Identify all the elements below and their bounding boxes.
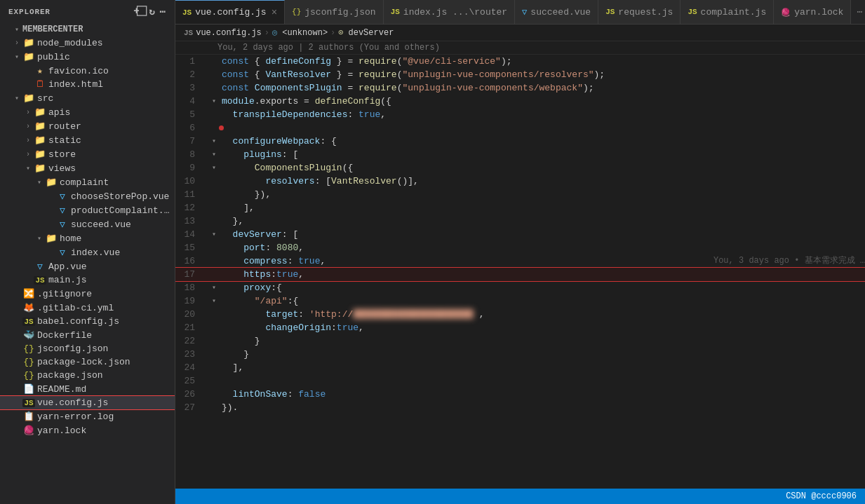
- tab-jsconfig.json[interactable]: {}jsconfig.json: [285, 0, 384, 24]
- token: VantResolver: [265, 69, 331, 80]
- sidebar-item-package-lock.json[interactable]: {}package-lock.json: [0, 355, 175, 369]
- fold-arrow[interactable]: ▾: [209, 228, 219, 241]
- git-blame: You, 3 days ago • 基本需求完成 …: [699, 254, 865, 268]
- tabs-bar: JSvue.config.js×{}jsconfig.jsonJSindex.j…: [175, 0, 865, 25]
- sidebar-label-index.html: index.html: [48, 79, 103, 90]
- sidebar-item-jsconfig.json[interactable]: {}jsconfig.json: [0, 342, 175, 355]
- tab-succeed.vue[interactable]: ▽succeed.vue: [515, 0, 598, 24]
- collapse-icon[interactable]: ⋯: [160, 6, 166, 18]
- sidebar-item-main.js[interactable]: JSmain.js: [0, 273, 175, 287]
- fold-arrow[interactable]: ▾: [209, 294, 219, 308]
- tab-request.js[interactable]: JSrequest.js: [598, 0, 680, 24]
- code-line: 27}).: [175, 401, 865, 414]
- tab-close-icon[interactable]: ×: [271, 7, 277, 18]
- token: : [: [315, 176, 331, 186]
- code-line: 18▾ proxy:{: [175, 281, 865, 294]
- line-content: [224, 121, 865, 135]
- token: module: [222, 96, 255, 107]
- token: } =: [331, 56, 358, 67]
- token: : [: [282, 149, 298, 160]
- sidebar-item-static[interactable]: ›📁static: [0, 133, 175, 147]
- sidebar-item-node_modules[interactable]: ›📁node_modules: [0, 36, 175, 50]
- sidebar-item-complaint[interactable]: ▾📁complaint: [0, 175, 175, 189]
- sidebar-item-favicon.ico[interactable]: ★favicon.ico: [0, 64, 175, 78]
- sidebar-item-babel.config.js[interactable]: JSbabel.config.js: [0, 315, 175, 328]
- breadcrumb-part-1[interactable]: <unknown>: [282, 28, 328, 38]
- fold-arrow[interactable]: ▾: [209, 95, 219, 108]
- fold-arrow[interactable]: ▾: [209, 161, 219, 175]
- sidebar-item-index.html[interactable]: 🗒index.html: [0, 78, 175, 91]
- sidebar-root[interactable]: ▾MEMBERCENTER: [0, 23, 175, 36]
- code-line: 3const ComponentsPlugin = require("unplu…: [175, 81, 865, 95]
- sidebar-item-yarn.lock[interactable]: 🧶yarn.lock: [0, 423, 175, 437]
- sidebar-item-chooseStorePop.vue[interactable]: ▽chooseStorePop.vue: [0, 189, 175, 203]
- sidebar-item-README.md[interactable]: 📄README.md: [0, 382, 175, 396]
- line-number: 10: [175, 175, 209, 188]
- sidebar-label-router: router: [48, 121, 81, 132]
- sidebar-label-favicon.ico: favicon.ico: [48, 66, 109, 76]
- sidebar-item-public[interactable]: ▾📁public: [0, 50, 175, 64]
- line-number: 9: [175, 161, 209, 175]
- code-line: 4▾module.exports = defineConfig({: [175, 95, 865, 108]
- sidebar-label-package.json: package.json: [37, 370, 103, 381]
- sidebar-label-babel.config.js: babel.config.js: [37, 316, 119, 327]
- more-tabs-icon[interactable]: ⋯: [851, 0, 865, 24]
- breadcrumb-part-0[interactable]: vue.config.js: [196, 28, 262, 38]
- sidebar-item-views[interactable]: ▾📁views: [0, 161, 175, 175]
- sidebar-item-index.vue[interactable]: ▽index.vue: [0, 245, 175, 259]
- token: }: [222, 349, 249, 360]
- sidebar-item-src[interactable]: ▾📁src: [0, 91, 175, 105]
- fold-spacer: [209, 374, 219, 388]
- sidebar-item-succeed.vue[interactable]: ▽succeed.vue: [0, 217, 175, 231]
- code-line: 23 }: [175, 348, 865, 361]
- js-tab-icon: JS: [688, 8, 697, 16]
- new-folder-icon[interactable]: ⃞: [144, 6, 145, 18]
- token: :: [288, 389, 299, 400]
- fold-spacer: [209, 334, 219, 348]
- sidebar-item-productComplaint.vue[interactable]: ▽productComplaint.vue: [0, 203, 175, 217]
- breadcrumb-func-icon: ⊙: [338, 27, 343, 38]
- tab-complaint.js[interactable]: JScomplaint.js: [680, 0, 774, 24]
- code-line: 7▾ configureWebpack: {: [175, 135, 865, 148]
- sidebar-item-vue.config.js[interactable]: JSvue.config.js: [0, 396, 175, 409]
- fold-arrow[interactable]: ▾: [209, 148, 219, 161]
- line-content: configureWebpack: {: [219, 135, 865, 148]
- js-tab-icon: JS: [391, 8, 400, 16]
- sidebar-item-App.vue[interactable]: ▽App.vue: [0, 259, 175, 273]
- token: }).: [222, 402, 238, 413]
- git-info-text: You, 2 days ago | 2 authors (You and oth…: [217, 43, 440, 53]
- tab-label: succeed.vue: [530, 7, 591, 18]
- sidebar-item-home[interactable]: ▾📁home: [0, 231, 175, 245]
- breadcrumb-part-2[interactable]: devServer: [349, 28, 394, 38]
- fold-arrow[interactable]: ▾: [209, 135, 219, 148]
- tab-yarn.lock[interactable]: 🧶yarn.lock: [774, 0, 851, 24]
- code-line: 26 lintOnSave: false: [175, 388, 865, 401]
- sidebar-item-router[interactable]: ›📁router: [0, 119, 175, 133]
- refresh-icon[interactable]: ↻: [149, 6, 155, 18]
- bottom-bar: CSDN @cccc0906: [175, 489, 865, 504]
- sidebar-label-static: static: [48, 135, 81, 146]
- sidebar-item-.gitlab-ci.yml[interactable]: 🦊.gitlab-ci.yml: [0, 301, 175, 315]
- token: false: [298, 389, 326, 400]
- sidebar-label-chooseStorePop.vue: chooseStorePop.vue: [71, 191, 169, 202]
- code-line: 14▾ devServer: [: [175, 228, 865, 241]
- sidebar-label-apis: apis: [48, 107, 70, 118]
- line-content: lintOnSave: false: [219, 388, 865, 401]
- sidebar-item-yarn-error.log[interactable]: 📋yarn-error.log: [0, 409, 175, 423]
- tab-vue.config.js[interactable]: JSvue.config.js×: [175, 0, 285, 24]
- sidebar-item-store[interactable]: ›📁store: [0, 147, 175, 161]
- new-file-icon[interactable]: +: [133, 6, 140, 18]
- sidebar-item-package.json[interactable]: {}package.json: [0, 369, 175, 382]
- token: {: [249, 69, 265, 80]
- line-content: [219, 374, 865, 388]
- tab-index.js[interactable]: JSindex.js ...\router: [384, 0, 515, 24]
- sidebar-label-store: store: [48, 149, 76, 160]
- sidebar-item-.gitignore[interactable]: 🔀.gitignore: [0, 287, 175, 301]
- git-change-dot: [219, 121, 224, 135]
- sidebar-item-apis[interactable]: ›📁apis: [0, 105, 175, 119]
- code-area[interactable]: 1const { defineConfig } = require("@vue/…: [175, 55, 865, 489]
- sidebar-label-node_modules: node_modules: [37, 38, 103, 48]
- breadcrumb-js-icon: JS: [184, 29, 193, 37]
- sidebar-item-Dockerfile[interactable]: 🐳Dockerfile: [0, 328, 175, 342]
- fold-arrow[interactable]: ▾: [209, 281, 219, 294]
